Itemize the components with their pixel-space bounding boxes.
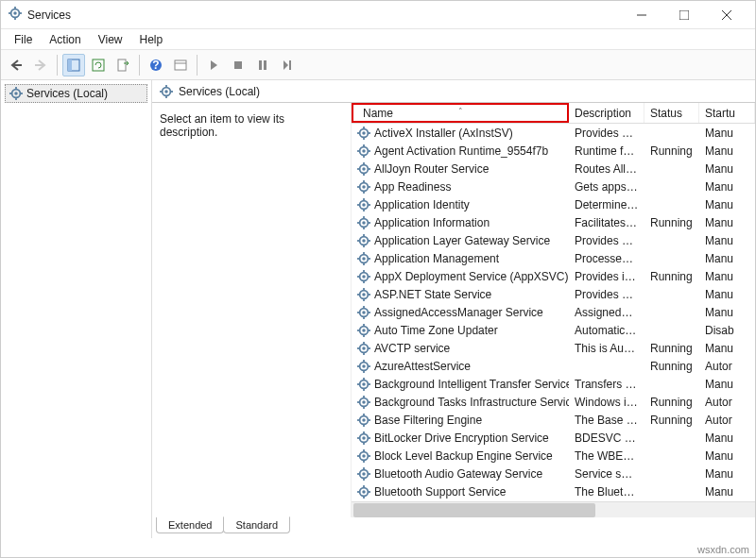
properties-button[interactable] [169,54,192,76]
gear-icon [357,342,370,355]
gear-icon [357,144,370,158]
service-startup: Manu [699,270,755,283]
service-description: Transfers fil... [569,378,644,391]
help-button[interactable]: ? [145,54,167,76]
service-row[interactable]: Background Intelligent Transfer ServiceT… [352,375,755,393]
sort-indicator-icon: ˄ [458,107,463,116]
gear-icon [357,467,370,481]
maximize-button[interactable] [662,2,705,28]
description-text: Select an item to view its description. [160,112,284,139]
show-hide-tree-button[interactable] [62,54,85,76]
service-row[interactable]: Application ManagementProcesses in...Man… [352,249,755,267]
service-row[interactable]: ASP.NET State ServiceProvides su...Manu [352,285,755,303]
tree-node-services-local[interactable]: Services (Local) [5,84,147,103]
service-name: Application Identity [374,198,470,211]
service-row[interactable]: BitLocker Drive Encryption ServiceBDESVC… [352,429,755,447]
service-startup: Manu [699,180,755,194]
service-startup: Autor [699,360,755,373]
stop-service-button[interactable] [227,54,249,76]
menu-file[interactable]: File [7,31,40,48]
pause-service-button[interactable] [251,54,274,76]
service-row[interactable]: Bluetooth Support ServiceThe Bluetoo...M… [352,482,755,500]
service-row[interactable]: ActiveX Installer (AxInstSV)Provides Us.… [352,124,755,142]
tree-node-label: Services (Local) [26,87,108,100]
scrollbar-thumb[interactable] [353,503,595,517]
service-row[interactable]: App ReadinessGets apps re...Manu [352,178,755,195]
service-status: Running [644,216,699,229]
gear-icon [357,288,370,301]
service-name: ASP.NET State Service [374,288,491,301]
service-row[interactable]: AVCTP serviceThis is Audi...RunningManu [352,339,755,357]
title-bar: Services [1,1,755,29]
gear-icon [357,198,370,211]
gear-icon [357,414,370,427]
gear-icon [357,449,370,463]
service-description: Determines ... [569,198,644,211]
service-startup: Manu [699,252,755,265]
service-name: Application Information [374,216,490,229]
service-row[interactable]: Application InformationFacilitates t...R… [352,213,755,231]
service-description: The Bluetoo... [569,485,644,499]
service-row[interactable]: Block Level Backup Engine ServiceThe WBE… [352,447,755,465]
menu-help[interactable]: Help [132,31,171,48]
column-header-name[interactable]: Name ˄ [352,103,569,123]
service-description: Routes AllJo... [569,162,644,176]
start-service-button[interactable] [202,54,225,76]
service-startup: Manu [699,342,755,355]
service-row[interactable]: Background Tasks Infrastructure ServiceW… [352,393,755,411]
service-name: Block Level Backup Engine Service [374,449,553,463]
refresh-button[interactable] [87,54,110,76]
export-button[interactable] [112,54,134,76]
restart-service-button[interactable] [276,54,299,76]
service-row[interactable]: AppX Deployment Service (AppXSVC)Provide… [352,267,755,285]
column-header-description[interactable]: Description [569,103,644,123]
close-button[interactable] [705,2,747,28]
service-name: Bluetooth Audio Gateway Service [374,467,542,481]
tree-pane: Services (Local) [1,80,152,538]
service-row[interactable]: Bluetooth Audio Gateway ServiceService s… [352,465,755,482]
detail-header: Services (Local) [152,80,755,103]
service-name: AppX Deployment Service (AppXSVC) [374,270,568,283]
service-startup: Disab [699,324,755,337]
service-startup: Manu [699,449,755,463]
gear-icon [357,360,370,373]
forward-button[interactable] [29,54,52,76]
detail-title: Services (Local) [179,85,260,98]
gear-icon [357,180,370,194]
service-startup: Manu [699,467,755,481]
menu-view[interactable]: View [91,31,130,48]
service-description: Service sup... [569,467,644,481]
service-startup: Manu [699,198,755,211]
gear-icon [357,378,370,391]
service-startup: Manu [699,378,755,391]
service-row[interactable]: AzureAttestServiceRunningAutor [352,357,755,375]
svg-rect-20 [234,61,242,69]
service-row[interactable]: Auto Time Zone UpdaterAutomatica...Disab [352,321,755,339]
gear-icon [357,252,370,265]
service-name: Auto Time Zone Updater [374,324,498,337]
menu-action[interactable]: Action [42,31,88,48]
tab-extended[interactable]: Extended [156,517,224,533]
service-startup: Manu [699,485,755,499]
service-row[interactable]: Application Layer Gateway ServiceProvide… [352,231,755,249]
service-description: This is Audi... [569,342,644,355]
tab-standard[interactable]: Standard [223,516,290,533]
service-row[interactable]: AllJoyn Router ServiceRoutes AllJo...Man… [352,160,755,178]
column-header-startup[interactable]: Startu [699,103,755,123]
back-button[interactable] [5,54,27,76]
window-title: Services [27,8,620,22]
horizontal-scrollbar[interactable] [352,501,755,517]
minimize-button[interactable] [620,2,662,28]
menu-bar: File Action View Help [1,29,755,50]
svg-rect-13 [68,59,72,71]
service-description: Processes in... [569,252,644,265]
service-startup: Manu [699,144,755,158]
gear-icon [357,270,370,283]
service-row[interactable]: AssignedAccessManager ServiceAssignedAc.… [352,303,755,321]
column-header-status[interactable]: Status [644,103,699,123]
service-startup: Autor [699,414,755,427]
toolbar: ? [1,50,755,80]
service-row[interactable]: Agent Activation Runtime_9554f7bRuntime … [352,142,755,160]
service-row[interactable]: Base Filtering EngineThe Base Fil...Runn… [352,411,755,429]
service-row[interactable]: Application IdentityDetermines ...Manu [352,195,755,213]
